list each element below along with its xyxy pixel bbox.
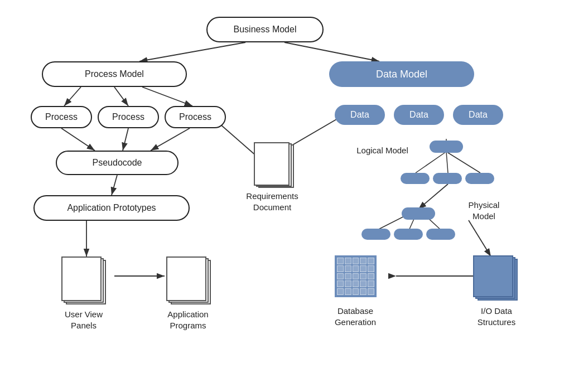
svg-line-21 — [418, 184, 448, 209]
physical-tree-child1 — [361, 229, 390, 240]
svg-line-4 — [64, 87, 81, 106]
svg-line-3 — [284, 42, 379, 61]
data-model-node: Data Model — [329, 61, 474, 87]
database-generation-icon — [335, 255, 377, 297]
process2-label: Process — [112, 112, 144, 122]
svg-line-7 — [61, 128, 95, 151]
io-data-structures-label: I/O DataStructures — [469, 306, 524, 327]
svg-line-9 — [151, 128, 190, 151]
process3-node: Process — [165, 106, 226, 128]
requirements-doc-label: RequirementsDocument — [239, 191, 306, 212]
logical-tree-child1 — [401, 173, 430, 184]
user-view-panels-label: User ViewPanels — [56, 309, 112, 331]
business-model-node: Business Model — [206, 17, 324, 42]
data3-node: Data — [453, 105, 503, 125]
svg-line-25 — [469, 220, 491, 257]
logical-model-label: Logical Model — [356, 145, 409, 156]
pseudocode-node: Pseudocode — [56, 151, 179, 175]
logical-tree-child3 — [465, 173, 494, 184]
app-prototypes-label: Application Prototypes — [67, 203, 156, 213]
data3-label: Data — [469, 110, 488, 120]
logical-tree-child2 — [433, 173, 462, 184]
process2-node: Process — [98, 106, 159, 128]
database-generation-label: DatabaseGeneration — [325, 306, 386, 327]
process1-label: Process — [45, 112, 78, 122]
physical-model-label: Physical Model — [457, 200, 510, 221]
svg-line-17 — [416, 152, 446, 173]
svg-line-2 — [139, 42, 245, 61]
physical-tree-child2 — [394, 229, 423, 240]
svg-line-5 — [114, 87, 128, 106]
business-model-label: Business Model — [234, 25, 297, 35]
data-model-label: Data Model — [376, 69, 427, 80]
svg-line-19 — [446, 152, 480, 173]
process3-label: Process — [179, 112, 211, 122]
app-prototypes-node: Application Prototypes — [33, 195, 190, 221]
data1-label: Data — [350, 110, 369, 120]
data2-node: Data — [394, 105, 444, 125]
app-programs-label: ApplicationPrograms — [157, 309, 219, 331]
data2-label: Data — [409, 110, 428, 120]
svg-line-6 — [142, 87, 192, 106]
svg-line-8 — [123, 128, 128, 151]
physical-tree-top — [402, 207, 435, 220]
process-model-node: Process Model — [42, 61, 187, 87]
svg-line-18 — [446, 152, 448, 173]
svg-line-16 — [360, 87, 368, 106]
process1-node: Process — [31, 106, 92, 128]
physical-tree-child3 — [426, 229, 455, 240]
diagram: Business Model Process Model Data Model … — [0, 0, 569, 392]
pseudocode-label: Pseudocode — [93, 158, 142, 168]
data1-node: Data — [335, 105, 385, 125]
process-model-label: Process Model — [85, 69, 144, 79]
logical-tree-top — [430, 141, 463, 153]
svg-line-10 — [112, 175, 117, 195]
